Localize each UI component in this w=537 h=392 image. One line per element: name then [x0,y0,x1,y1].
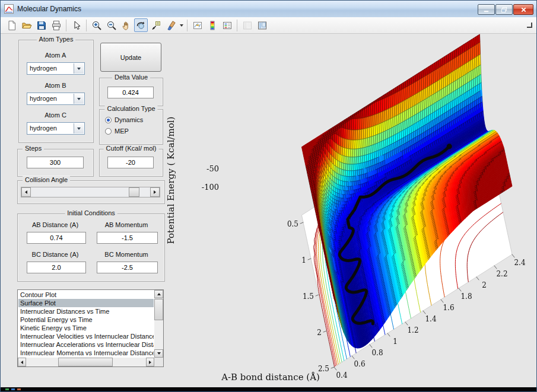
up-arrow-icon [157,291,161,295]
left-arrow-icon [23,190,27,194]
calculation-type-title: Calculation Type [104,105,157,112]
chevron-down-icon[interactable] [74,123,84,133]
title-bar[interactable]: Molecular Dynamics [1,1,536,18]
left-arrow-icon [19,361,23,364]
new-figure-button[interactable] [5,18,18,32]
scroll-up-button[interactable] [154,290,163,298]
ab-distance-input[interactable] [27,232,86,244]
slider-right-button[interactable] [150,187,160,197]
close-icon [520,7,527,13]
cutoff-input[interactable] [107,157,154,168]
update-button[interactable]: Update [100,43,161,72]
plot-list-item[interactable]: Internuclear Momenta vs Internuclear Dis… [18,349,154,357]
radio-dynamics[interactable]: Dynamics [105,116,143,123]
plot-list-item[interactable]: Internuclear Accelerations vs Internucle… [18,340,154,349]
atom-c-value: hydrogen [30,125,57,132]
hide-plot-tools-icon [242,20,253,31]
down-arrow-icon [157,352,161,356]
brush-dropdown-arrow[interactable] [178,18,185,32]
plot-list-item[interactable]: Internuclear Velocities vs Internuclear … [18,332,154,340]
print-figure-button[interactable] [49,18,63,32]
chevron-down-icon[interactable] [74,94,84,104]
hide-plot-tools-button[interactable] [240,18,254,32]
slider-left-button[interactable] [21,187,31,197]
window-title: Molecular Dynamics [17,5,81,13]
scrollbar-thumb[interactable] [154,299,163,320]
x-axis-label: A-B bond distance (Å) [214,372,327,383]
toolbar-overflow-arrow[interactable] [527,23,532,28]
plot-list-item[interactable]: Contour Plot [18,291,154,299]
delta-value-input[interactable] [107,87,154,98]
data-cursor-button[interactable] [149,18,163,32]
scroll-right-button[interactable] [146,358,154,366]
radio-dynamics-label: Dynamics [115,116,143,123]
edit-plot-button[interactable] [69,18,83,32]
radio-mep-circle[interactable] [105,128,112,135]
minimize-icon [483,7,490,13]
plot-list-item[interactable]: Surface Plot [18,299,154,307]
z-axis-label: Potential Energy ( Kcal/mol) [166,109,176,251]
potential-energy-surface-plot[interactable] [167,27,537,389]
pan-button[interactable] [119,18,133,32]
toolbar-separator [237,20,237,31]
scroll-left-button[interactable] [18,358,26,366]
plot-list-items: Contour Plot Surface Plot Internuclear D… [18,291,154,357]
steps-input[interactable] [27,157,84,168]
cursor-arrow-icon [71,20,82,31]
rotate-3d-button[interactable] [134,18,148,32]
scrollbar-thumb[interactable] [58,358,113,366]
colorbar-icon [207,20,218,31]
figure-toolbar [1,17,536,34]
insert-legend-button[interactable] [220,18,234,32]
plot-list-item[interactable]: Potential Energy vs Time [18,315,154,324]
chevron-down-icon[interactable] [74,63,84,74]
ab-momentum-input[interactable] [97,232,158,244]
toolbar-separator [86,20,87,31]
plot-list-item[interactable]: Internuclear Distances vs Time [18,307,154,315]
radio-dynamics-circle[interactable] [105,117,112,123]
delta-value-title: Delta Value [112,74,150,81]
taskbar-pixel [5,388,9,390]
save-figure-button[interactable] [34,18,48,32]
steps-title: Steps [23,145,44,152]
collision-angle-slider[interactable] [21,187,160,197]
bc-distance-input[interactable] [27,262,86,273]
plot-list-item[interactable]: Kinetic Energy vs Time [18,324,154,332]
z-tick-label: -50 [195,164,219,173]
close-button[interactable] [513,4,533,15]
toolbar-separator [187,20,188,31]
atom-c-select[interactable]: hydrogen [27,122,85,135]
open-folder-icon [21,20,32,31]
calculation-type-panel: Calculation Type [99,109,163,145]
atom-b-select[interactable]: hydrogen [27,93,85,105]
zoom-out-button[interactable] [104,18,118,32]
atom-types-title: Atom Types [37,36,76,43]
atom-a-select[interactable]: hydrogen [27,62,85,75]
scroll-down-button[interactable] [154,349,163,358]
link-plot-button[interactable] [190,18,204,32]
restore-button[interactable] [495,4,513,15]
open-file-button[interactable] [20,18,33,32]
plot-type-listbox[interactable]: Contour Plot Surface Plot Internuclear D… [17,289,164,367]
bc-momentum-label: BC Momentum [91,251,162,258]
show-plot-tools-icon [257,20,268,31]
zoom-in-button[interactable] [90,18,103,32]
taskbar-sliver [1,387,536,391]
listbox-horizontal-scrollbar[interactable] [18,358,154,366]
minimize-button[interactable] [478,4,495,15]
atom-b-label: Atom B [18,82,93,89]
window-controls [477,4,533,15]
ab-distance-label: AB Distance (A) [18,221,92,228]
ab-momentum-label: AB Momentum [91,221,162,228]
cutoff-title: Cutoff (Kcal/ mol) [104,145,159,152]
rotate-3d-icon [136,20,147,31]
listbox-vertical-scrollbar[interactable] [154,290,163,358]
slider-thumb[interactable] [129,187,139,197]
radio-mep[interactable]: MEP [105,128,129,135]
show-plot-tools-button[interactable] [255,18,269,32]
insert-colorbar-button[interactable] [205,18,219,32]
brush-button[interactable] [164,18,177,32]
bc-momentum-input[interactable] [97,262,158,273]
zoom-in-icon [91,20,102,31]
atom-a-label: Atom A [18,52,93,59]
